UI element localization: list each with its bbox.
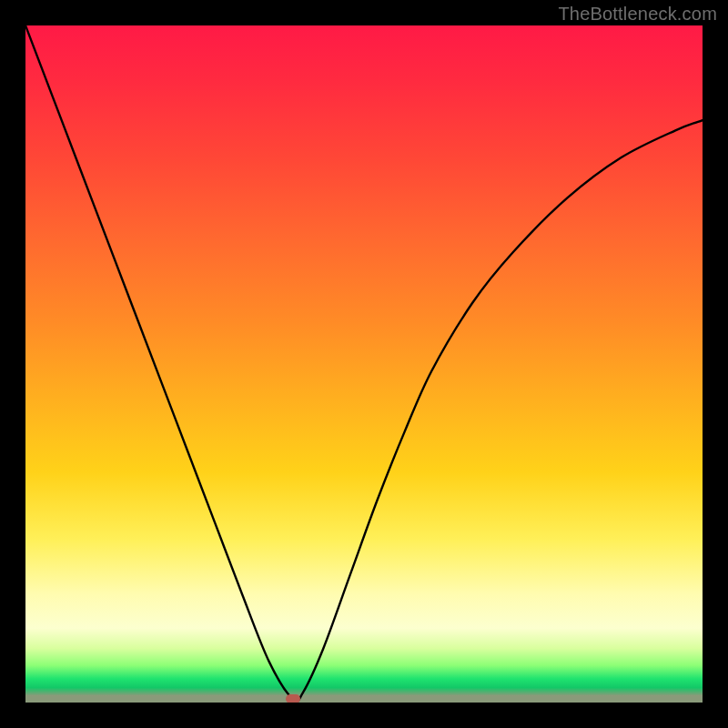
- chart-frame: TheBottleneck.com: [0, 0, 728, 728]
- bottleneck-curve: [25, 25, 703, 703]
- curve-path: [25, 25, 703, 702]
- plot-area: [25, 25, 703, 703]
- minimum-marker: [286, 694, 300, 703]
- watermark-text: TheBottleneck.com: [558, 4, 717, 25]
